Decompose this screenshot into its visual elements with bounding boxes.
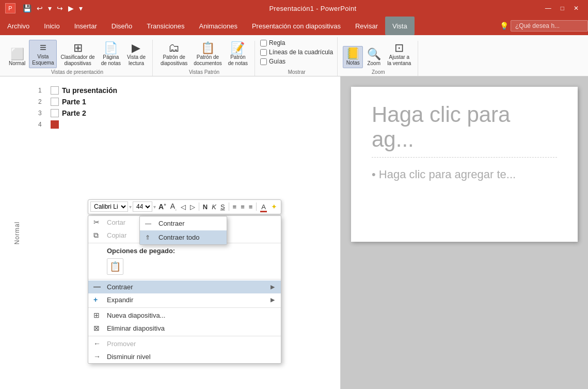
- eliminar-diap-icon: ⊠: [93, 324, 100, 332]
- quick-access-toolbar: 💾 ↩ ▾ ↪ ▶ ▾: [21, 3, 85, 13]
- ribbon-zoom-btn[interactable]: 🔍 Zoom: [364, 47, 384, 68]
- checkbox-regla[interactable]: Regla: [260, 39, 333, 46]
- undo-dropdown[interactable]: ▾: [46, 3, 54, 13]
- cuadricula-checkbox[interactable]: [260, 49, 267, 56]
- minimize-button[interactable]: —: [541, 4, 555, 13]
- menu-vista[interactable]: Vista: [385, 17, 415, 35]
- close-button[interactable]: ✕: [569, 4, 583, 13]
- indent-decrease-btn[interactable]: ◁: [179, 203, 187, 211]
- ribbon-patron-diap-btn[interactable]: 🗂 Patrón dediapositivas: [158, 41, 190, 68]
- outline-item-1[interactable]: 1 Tu presentación: [34, 85, 340, 96]
- ctx-expandir[interactable]: + Expandir ▶: [88, 293, 281, 306]
- align-right-btn[interactable]: ≡: [247, 203, 255, 211]
- normal-label-text: Normal: [13, 221, 21, 244]
- normal-sidebar-label: Normal: [0, 76, 34, 389]
- ctx-nueva-diap[interactable]: ⊞ Nueva diapositiva...: [88, 309, 281, 322]
- mini-toolbar: Calibri Li ▾ 44 ▾ A+ A- ◁ ▷ N K S ≡ ≡ ≡: [88, 199, 281, 214]
- maximize-button[interactable]: □: [557, 4, 568, 13]
- slide-panel: Haga clic para ag... Haga clic para agre…: [341, 76, 588, 389]
- checkbox-cuadricula[interactable]: Líneas de la cuadrícula: [260, 49, 333, 56]
- ajustar-label: Ajustar ala ventana: [387, 54, 411, 67]
- outline-item-4[interactable]: 4: [34, 119, 340, 130]
- search-input[interactable]: [511, 20, 588, 32]
- copiar-icon: ⧉: [93, 231, 99, 240]
- ctx-eliminar-diap-label: Eliminar diapositiva: [107, 324, 165, 332]
- ribbon-vista-esquema-btn[interactable]: ≡ VistaEsquema: [29, 40, 57, 68]
- ctx-eliminar-diap[interactable]: ⊠ Eliminar diapositiva: [88, 322, 281, 335]
- menu-insertar[interactable]: Insertar: [67, 17, 104, 35]
- regla-checkbox[interactable]: [260, 40, 267, 46]
- promover-icon: ←: [93, 339, 101, 348]
- patron-doc-icon: 📋: [201, 42, 215, 54]
- font-color-btn[interactable]: A: [259, 203, 268, 211]
- menu-presentacion[interactable]: Presentación con diapositivas: [245, 17, 348, 35]
- vista-esquema-icon: ≡: [40, 42, 46, 53]
- font-size-select[interactable]: 44: [133, 201, 152, 212]
- menu-transiciones[interactable]: Transiciones: [139, 17, 192, 35]
- font-family-select[interactable]: Calibri Li: [90, 201, 128, 212]
- submenu-contraer-todo-label: Contraer todo: [158, 234, 200, 241]
- zoom-label: Zoom: [367, 60, 380, 67]
- present-button[interactable]: ▶: [66, 3, 76, 13]
- align-left-btn[interactable]: ≡: [231, 203, 239, 211]
- quickaccess-more[interactable]: ▾: [77, 3, 85, 13]
- menu-revisar[interactable]: Revisar: [348, 17, 385, 35]
- toolbar-divider-1: [199, 203, 199, 211]
- decrease-font-btn[interactable]: A-: [169, 201, 178, 212]
- ctx-disminuir[interactable]: → Disminuir nivel: [88, 350, 281, 363]
- ctx-contraer[interactable]: — Contraer ▶: [88, 281, 281, 293]
- mostrar-group-label: Mostrar: [260, 69, 333, 75]
- ctx-promover-label: Promover: [107, 340, 136, 348]
- ctx-paste-label-text: Opciones de pegado:: [107, 247, 175, 255]
- nueva-diap-icon: ⊞: [93, 311, 100, 319]
- ribbon-patron-notas-btn[interactable]: 📝 Patrónde notas: [226, 41, 250, 68]
- submenu-contraer-todo[interactable]: ⇑ Contraer todo: [140, 230, 227, 244]
- ctx-paste-label: Opciones de pegado:: [88, 244, 281, 256]
- zoom-icon: 🔍: [367, 49, 381, 60]
- paste-keep-btn[interactable]: 📋: [107, 258, 123, 275]
- window-title: Presentación1 - PowerPoint: [269, 5, 356, 12]
- menu-right: 💡: [500, 17, 588, 35]
- pagina-notas-label: Páginade notas: [101, 54, 121, 67]
- clear-format-btn[interactable]: ✦: [269, 202, 279, 211]
- undo-button[interactable]: ↩: [35, 3, 45, 13]
- checkbox-guias[interactable]: Guías: [260, 58, 333, 65]
- menu-archivo[interactable]: Archivo: [0, 17, 37, 35]
- outline-item-3[interactable]: 3 Parte 2: [34, 107, 340, 119]
- menu-inicio[interactable]: Inicio: [37, 17, 67, 35]
- patron-diap-icon: 🗂: [168, 42, 180, 54]
- bold-btn[interactable]: N: [201, 203, 209, 211]
- submenu-contraer[interactable]: — Contraer: [140, 216, 227, 230]
- save-button[interactable]: 💾: [21, 3, 34, 13]
- align-center-btn[interactable]: ≡: [239, 203, 246, 211]
- ribbon-notas-btn[interactable]: 📒 Notas: [343, 46, 363, 68]
- ctx-promover[interactable]: ← Promover: [88, 337, 281, 350]
- guias-checkbox[interactable]: [260, 58, 267, 65]
- powerpoint-icon: P: [5, 3, 15, 13]
- submenu-contraer-label: Contraer: [158, 220, 185, 227]
- window-controls: — □ ✕: [541, 4, 583, 13]
- italic-btn[interactable]: K: [210, 203, 218, 211]
- outline-box-3: [51, 109, 59, 117]
- ribbon: ⬜ Normal ≡ VistaEsquema ⊞ Clasificador d…: [0, 35, 588, 76]
- ribbon-group-notas-zoom: 📒 Notas 🔍 Zoom ⊡ Ajustar ala ventana Zoo…: [339, 41, 418, 76]
- patron-group-label: Vistas Patrón: [189, 69, 219, 75]
- outline-content: 1 Tu presentación 2 Parte 1 3 Parte 2 4: [34, 81, 340, 130]
- slide-canvas[interactable]: Haga clic para ag... Haga clic para agre…: [351, 87, 578, 242]
- ribbon-ajustar-btn[interactable]: ⊡ Ajustar ala ventana: [385, 41, 414, 68]
- patron-doc-label: Patrón dedocumentos: [194, 54, 221, 67]
- ribbon-patron-doc-btn[interactable]: 📋 Patrón dedocumentos: [191, 41, 224, 68]
- menu-animaciones[interactable]: Animaciones: [192, 17, 244, 35]
- increase-font-btn[interactable]: A+: [157, 202, 168, 211]
- ribbon-pagina-notas-btn[interactable]: 📄 Páginade notas: [99, 41, 123, 68]
- expandir-icon: +: [93, 295, 98, 304]
- redo-button[interactable]: ↪: [55, 3, 65, 13]
- zoom-group-label: Zoom: [372, 69, 385, 75]
- underline-btn[interactable]: S: [219, 203, 227, 211]
- menu-disenio[interactable]: Diseño: [104, 17, 139, 35]
- ribbon-normal-btn[interactable]: ⬜ Normal: [6, 47, 28, 68]
- indent-increase-btn[interactable]: ▷: [188, 203, 197, 211]
- ribbon-clasificador-btn[interactable]: ⊞ Clasificador dediapositivas: [58, 41, 97, 68]
- ribbon-lectura-btn[interactable]: ▶ Vista delectura: [124, 41, 148, 68]
- outline-item-2[interactable]: 2 Parte 1: [34, 96, 340, 107]
